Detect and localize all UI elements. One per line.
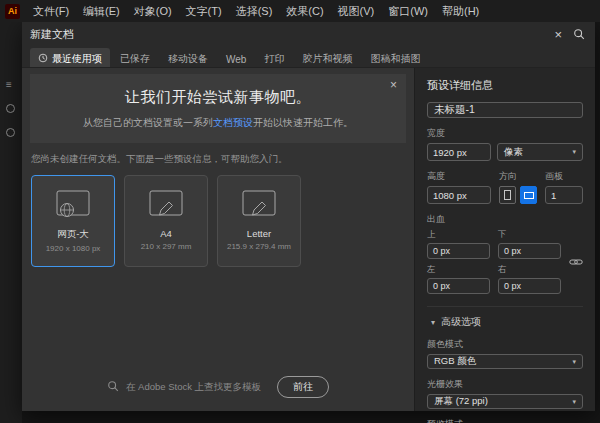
bleed-top-label: 上 bbox=[427, 229, 490, 241]
raster-effects-value: 屏幕 (72 ppi) bbox=[434, 395, 488, 408]
portrait-icon bbox=[504, 190, 511, 200]
document-presets-link[interactable]: 文档预设 bbox=[213, 117, 253, 128]
height-value: 1080 px bbox=[433, 190, 467, 201]
chevron-down-icon: ▾ bbox=[431, 318, 435, 327]
preset-size: 1920 x 1080 px bbox=[46, 244, 101, 253]
bleed-right-label: 右 bbox=[498, 264, 561, 276]
search-icon bbox=[107, 378, 119, 396]
height-input[interactable]: 1080 px bbox=[427, 186, 491, 204]
bleed-left-label: 左 bbox=[427, 264, 490, 276]
search-icon[interactable] bbox=[569, 28, 587, 40]
preset-tabs: 最近使用项 已保存 移动设备 Web 打印 胶片和视频 图稿和插图 bbox=[22, 46, 595, 68]
menu-item-effect[interactable]: 效果(C) bbox=[279, 0, 330, 22]
menu-item-select[interactable]: 选择(S) bbox=[229, 0, 280, 22]
bleed-bottom-input[interactable]: 0 px bbox=[498, 243, 561, 259]
print-document-icon bbox=[239, 188, 279, 222]
tab-print[interactable]: 打印 bbox=[256, 48, 292, 67]
banner-subtitle-text: 从您自己的文档设置或一系列 bbox=[83, 117, 213, 128]
illustrator-window: Ai 文件(F) 编辑(E) 对象(O) 文字(T) 选择(S) 效果(C) 视… bbox=[0, 0, 600, 423]
preset-size: 215.9 x 279.4 mm bbox=[227, 242, 291, 251]
bleed-top-value: 0 px bbox=[433, 246, 450, 256]
new-document-dialog: 新建文档 × 最近使用项 已保存 移动设备 Web 打印 胶片和视频 图稿和插图 bbox=[22, 22, 595, 411]
color-mode-value: RGB 颜色 bbox=[434, 355, 476, 368]
dialog-title: 新建文档 bbox=[30, 27, 74, 42]
tab-saved[interactable]: 已保存 bbox=[112, 48, 158, 67]
bleed-bottom-value: 0 px bbox=[504, 246, 521, 256]
menu-item-view[interactable]: 视图(V) bbox=[331, 0, 382, 22]
bleed-right-input[interactable]: 0 px bbox=[498, 278, 561, 294]
unit-select[interactable]: 像素 ▾ bbox=[497, 143, 583, 161]
advanced-options-label: 高级选项 bbox=[441, 315, 481, 329]
banner-subtitle: 从您自己的文档设置或一系列文档预设开始以快速开始工作。 bbox=[42, 116, 394, 130]
preset-card-letter[interactable]: Letter 215.9 x 279.4 mm bbox=[217, 175, 301, 267]
welcome-banner: × 让我们开始尝试新事物吧。 从您自己的文档设置或一系列文档预设开始以快速开始工… bbox=[30, 74, 406, 143]
dialog-content: × 让我们开始尝试新事物吧。 从您自己的文档设置或一系列文档预设开始以快速开始工… bbox=[22, 68, 414, 411]
preset-name: A4 bbox=[160, 228, 172, 239]
preset-details-panel: 预设详细信息 未标题-1 宽度 1920 px 像素 ▾ 高度 1080 px bbox=[414, 68, 595, 411]
bleed-top-input[interactable]: 0 px bbox=[427, 243, 490, 259]
document-name-input[interactable]: 未标题-1 bbox=[427, 102, 583, 118]
clock-icon bbox=[38, 53, 48, 65]
bleed-left-input[interactable]: 0 px bbox=[427, 278, 490, 294]
print-document-icon bbox=[146, 188, 186, 222]
chevron-down-icon: ▾ bbox=[572, 358, 576, 366]
banner-subtitle-text: 开始以快速开始工作。 bbox=[253, 117, 353, 128]
preset-name: 网页-大 bbox=[57, 228, 89, 241]
width-value: 1920 px bbox=[433, 147, 467, 158]
close-icon[interactable]: × bbox=[547, 27, 569, 42]
menu-item-type[interactable]: 文字(T) bbox=[179, 0, 229, 22]
artboard-label: 画板 bbox=[545, 170, 583, 183]
height-label: 高度 bbox=[427, 170, 491, 183]
preview-mode-label: 预览模式 bbox=[427, 418, 583, 423]
tool-circle-icon[interactable] bbox=[6, 104, 15, 113]
menu-item-file[interactable]: 文件(F) bbox=[26, 0, 76, 22]
menu-item-help[interactable]: 帮助(H) bbox=[435, 0, 486, 22]
banner-close-icon[interactable]: × bbox=[390, 78, 397, 92]
artboard-count-input[interactable]: 1 bbox=[545, 186, 583, 204]
preset-size: 210 x 297 mm bbox=[141, 242, 192, 251]
go-button[interactable]: 前往 bbox=[277, 376, 329, 398]
chevron-down-icon: ▾ bbox=[572, 398, 576, 406]
width-label: 宽度 bbox=[427, 127, 583, 140]
illustrator-app-icon: Ai bbox=[5, 4, 20, 19]
dialog-titlebar: 新建文档 × bbox=[22, 22, 595, 46]
raster-effects-select[interactable]: 屏幕 (72 ppi) ▾ bbox=[427, 394, 583, 409]
bleed-label: 出血 bbox=[427, 213, 583, 226]
panel-header: 预设详细信息 bbox=[427, 78, 583, 93]
hamburger-icon[interactable]: ≡ bbox=[6, 80, 12, 90]
artboard-value: 1 bbox=[551, 190, 556, 201]
preset-name: Letter bbox=[247, 228, 271, 239]
web-document-icon bbox=[53, 188, 93, 222]
preset-card-a4[interactable]: A4 210 x 297 mm bbox=[124, 175, 208, 267]
tab-recent[interactable]: 最近使用项 bbox=[30, 48, 110, 67]
menu-item-window[interactable]: 窗口(W) bbox=[381, 0, 435, 22]
width-input[interactable]: 1920 px bbox=[427, 143, 491, 161]
color-mode-label: 颜色模式 bbox=[427, 338, 583, 351]
bleed-right-value: 0 px bbox=[504, 281, 521, 291]
bleed-bottom-label: 下 bbox=[498, 229, 561, 241]
chevron-down-icon: ▾ bbox=[572, 148, 576, 156]
preset-card-web-large[interactable]: 网页-大 1920 x 1080 px bbox=[31, 175, 115, 267]
tool-circle-icon[interactable] bbox=[6, 128, 15, 137]
landscape-icon bbox=[524, 192, 534, 199]
orientation-landscape-button[interactable] bbox=[520, 186, 537, 204]
stock-search-placeholder: 在 Adobe Stock 上查找更多模板 bbox=[126, 381, 261, 394]
menu-item-object[interactable]: 对象(O) bbox=[127, 0, 179, 22]
tab-label: 最近使用项 bbox=[52, 52, 102, 66]
banner-title: 让我们开始尝试新事物吧。 bbox=[42, 88, 394, 107]
background-toolbar: ≡ bbox=[0, 22, 22, 423]
tab-film-video[interactable]: 胶片和视频 bbox=[294, 48, 360, 67]
unit-value: 像素 bbox=[504, 146, 523, 159]
menu-item-edit[interactable]: 编辑(E) bbox=[76, 0, 127, 22]
color-mode-select[interactable]: RGB 颜色 ▾ bbox=[427, 354, 583, 369]
bleed-link-icon[interactable] bbox=[569, 257, 583, 267]
tab-mobile[interactable]: 移动设备 bbox=[160, 48, 216, 67]
raster-effects-label: 光栅效果 bbox=[427, 378, 583, 391]
tab-web[interactable]: Web bbox=[218, 48, 254, 67]
stock-search-input[interactable]: 在 Adobe Stock 上查找更多模板 bbox=[107, 378, 261, 396]
menu-bar: Ai 文件(F) 编辑(E) 对象(O) 文字(T) 选择(S) 效果(C) 视… bbox=[0, 0, 600, 22]
tab-art-illustration[interactable]: 图稿和插图 bbox=[362, 48, 428, 67]
stock-search-row: 在 Adobe Stock 上查找更多模板 前往 bbox=[22, 376, 414, 398]
advanced-options-toggle[interactable]: ▾ 高级选项 bbox=[427, 306, 583, 329]
orientation-portrait-button[interactable] bbox=[499, 186, 516, 204]
